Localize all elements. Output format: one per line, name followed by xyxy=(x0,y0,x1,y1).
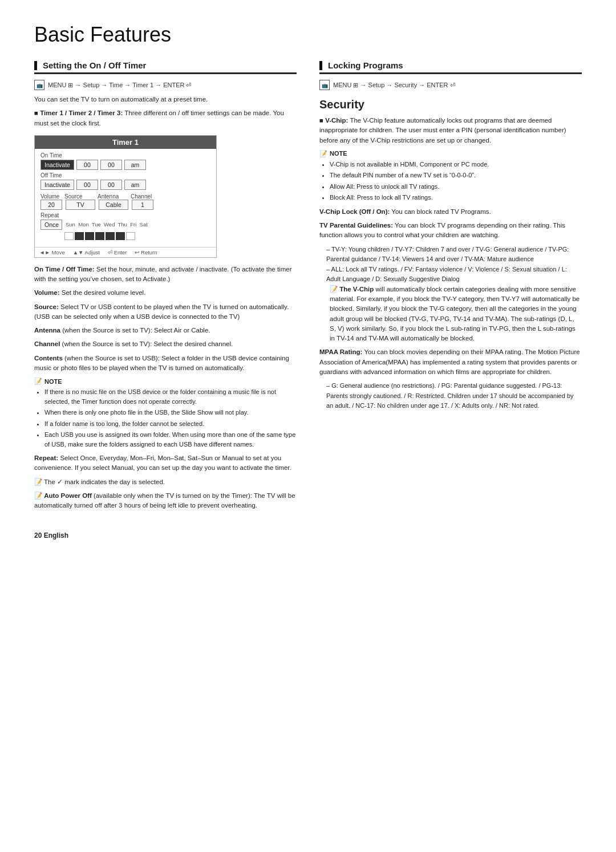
section-heading-timer: Setting the On / Off Timer xyxy=(34,60,297,74)
day-wed xyxy=(95,232,104,240)
check-note: 📝 The ✓ mark indicates the day is select… xyxy=(34,477,297,487)
day-boxes-row xyxy=(64,232,210,240)
heading-bar xyxy=(34,61,37,70)
off-time-inactivate[interactable]: Inactivate xyxy=(40,180,74,190)
volume-para: Volume: Set the desired volume level. xyxy=(34,288,297,298)
vchip-note-3: Allow All: Press to unlock all TV rating… xyxy=(330,182,582,192)
heading-bar-right xyxy=(319,61,322,70)
note-item-4: Each USB you use is assigned its own fol… xyxy=(44,430,297,449)
on-time-ampm[interactable]: am xyxy=(124,160,146,170)
contents-para: Contents (when the Source is set to USB)… xyxy=(34,354,297,374)
section-heading-lock: Locking Programs xyxy=(319,60,582,74)
note-icon-auto: 📝 xyxy=(34,492,42,499)
on-time-hour[interactable]: 00 xyxy=(76,160,98,170)
channel-val[interactable]: 1 xyxy=(132,200,153,210)
repeat-label: Repeat xyxy=(40,212,210,218)
security-heading: Security xyxy=(319,98,582,111)
repeat-val[interactable]: Once xyxy=(40,220,62,230)
tv-rating-1: TV-Y: Young children / TV-Y7: Children 7… xyxy=(326,245,582,265)
timer-move: ◄► Move xyxy=(39,249,65,255)
off-time-hour[interactable]: 00 xyxy=(76,180,98,190)
repeat-row: Once Sun Mon Tue Wed Thu Fri Sat xyxy=(40,220,210,230)
vchip-note-list: V-Chip is not available in HDMI, Compone… xyxy=(319,160,582,202)
menu-icon: 📺 xyxy=(34,80,44,90)
note-icon-right: 📝 xyxy=(319,150,327,157)
vchip-note-1: V-Chip is not available in HDMI, Compone… xyxy=(330,160,582,169)
day-fri xyxy=(116,232,125,240)
mpaa-para: MPAA Rating: You can block movies depend… xyxy=(319,347,582,377)
timer-title: Timer 1 xyxy=(35,136,216,149)
vchip-auto-note: 📝 The V-Chip will automatically block ce… xyxy=(330,285,582,344)
mpaa-ratings: G: General audience (no restrictions). /… xyxy=(326,381,582,411)
day-labels: Sun Mon Tue Wed Thu Fri Sat xyxy=(66,221,148,228)
vsa-values: 20 TV Cable 1 xyxy=(40,200,210,210)
page-number: 20 English xyxy=(34,532,582,539)
vchip-auto-para: 📝 The V-Chip will automatically block ce… xyxy=(330,285,582,344)
off-time-min[interactable]: 00 xyxy=(100,180,122,190)
note-icon-vchip: 📝 xyxy=(330,286,338,293)
timer-inner: On Time Inactivate 00 00 am Off Time Ina… xyxy=(35,149,216,247)
note-icon-check: 📝 xyxy=(34,478,42,485)
menu-path-timer: 📺 MENU ⊞ → Setup → Time → Timer 1 → ENTE… xyxy=(34,80,297,90)
tv-rating-list: TV-Y: Young children / TV-Y7: Children 7… xyxy=(319,245,582,285)
on-time-activate[interactable]: Inactivate xyxy=(40,160,74,170)
on-time-label: On Time xyxy=(40,152,210,159)
vchip-para: ■ V-Chip: The V-Chip feature automatical… xyxy=(319,116,582,145)
timer-enter: ⏎ Enter xyxy=(108,249,127,255)
vchip-note-2: The default PIN number of a new TV set i… xyxy=(330,171,582,180)
left-column: Setting the On / Off Timer 📺 MENU ⊞ → Se… xyxy=(34,60,297,514)
on-time-min[interactable]: 00 xyxy=(100,160,122,170)
day-sun xyxy=(64,232,74,240)
note-heading-left: 📝 NOTE xyxy=(34,378,297,385)
right-column: Locking Programs 📺 MENU ⊞ → Setup → Secu… xyxy=(319,60,582,514)
auto-off-para: 📝 Auto Power Off (available only when th… xyxy=(34,491,297,511)
note-section-left: 📝 NOTE If there is no music file on the … xyxy=(34,378,297,449)
note-item-1: If there is no music file on the USB dev… xyxy=(44,387,297,406)
day-mon xyxy=(75,232,84,240)
menu-icon-right: 📺 xyxy=(319,80,330,90)
timer-bullet1: ■ Timer 1 / Timer 2 / Timer 3: Three dif… xyxy=(34,108,297,128)
day-sat xyxy=(126,232,135,240)
mpaa-list: G: General audience (no restrictions). /… xyxy=(319,381,582,411)
note-heading-right: 📝 NOTE xyxy=(319,150,582,157)
note-icon-left: 📝 xyxy=(34,378,42,385)
timer-return: ↩ Return xyxy=(135,249,157,255)
timer-box: Timer 1 On Time Inactivate 00 00 am Off … xyxy=(34,135,217,258)
source-para: Source: Select TV or USB content to be p… xyxy=(34,302,297,322)
note-section-right: 📝 NOTE V-Chip is not available in HDMI, … xyxy=(319,150,582,202)
day-tue xyxy=(85,232,94,240)
on-off-time-para: On Time / Off Time: Set the hour, minute… xyxy=(34,265,297,285)
note-item-2: When there is only one photo file in the… xyxy=(44,408,297,417)
source-val[interactable]: TV xyxy=(66,200,95,210)
note-item-3: If a folder name is too long, the folder… xyxy=(44,419,297,429)
menu-path-security: 📺 MENU ⊞ → Setup → Security → ENTER ⏎ xyxy=(319,80,582,90)
off-time-row: Inactivate 00 00 am xyxy=(40,180,210,190)
page-title: Basic Features xyxy=(34,23,582,47)
vsa-labels: Volume Source Antenna Channel xyxy=(40,193,210,200)
on-time-row: Inactivate 00 00 am xyxy=(40,160,210,170)
timer-adjust: ▲▼ Adjust xyxy=(73,249,100,255)
antenna-val[interactable]: Cable xyxy=(99,200,128,210)
timer-bottom-bar: ◄► Move ▲▼ Adjust ⏎ Enter ↩ Return xyxy=(35,247,216,257)
off-time-label: Off Time xyxy=(40,172,210,178)
off-time-ampm[interactable]: am xyxy=(124,180,146,190)
repeat-para: Repeat: Select Once, Everyday, Mon–Fri, … xyxy=(34,453,297,473)
antenna-para: Antenna (when the Source is set to TV): … xyxy=(34,326,297,335)
vchip-lock-para: V-Chip Lock (Off / On): You can block ra… xyxy=(319,207,582,217)
day-thu xyxy=(106,232,115,240)
tv-rating-2: ALL: Lock all TV ratings. / FV: Fantasy … xyxy=(326,265,582,285)
note-list-left: If there is no music file on the USB dev… xyxy=(34,387,297,449)
tv-parental-para: TV Parental Guidelines: You can block TV… xyxy=(319,221,582,241)
vchip-note-4: Block All: Press to lock all TV ratings. xyxy=(330,193,582,202)
volume-val[interactable]: 20 xyxy=(40,200,62,210)
timer-intro: You can set the TV to turn on automatica… xyxy=(34,95,297,104)
channel-para: Channel (when the Source is set to TV): … xyxy=(34,339,297,349)
